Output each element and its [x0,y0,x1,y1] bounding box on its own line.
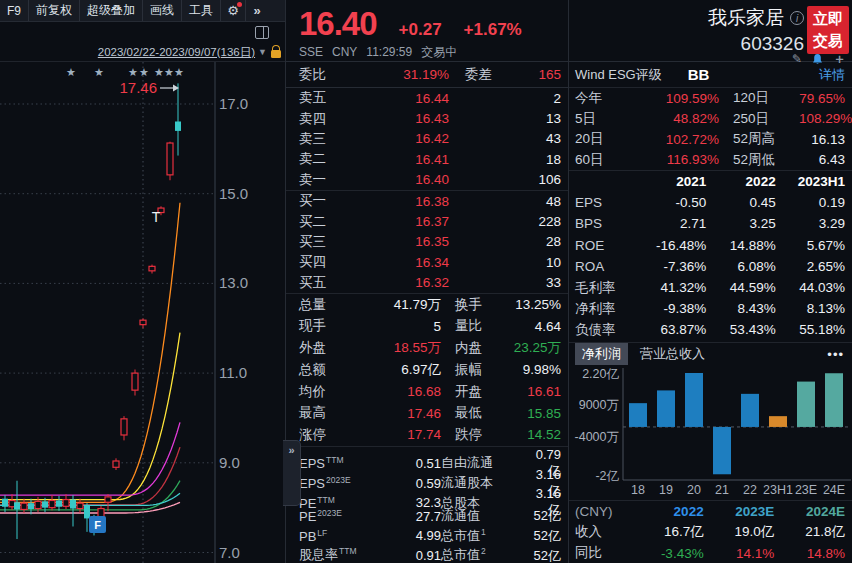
bid-row[interactable]: 买四16.3410 [286,252,568,272]
valuation-label: PE2023E [299,508,387,524]
panel-expander-handle[interactable]: » [283,440,301,506]
ask-price: 16.44 [349,91,449,106]
bid-label: 买五 [299,274,349,292]
ask-label: 卖一 [299,171,349,189]
currency-label: CNY [332,45,357,59]
stat-label: 外盘 [299,339,349,357]
performance-value: 102.72% [625,132,719,147]
exchange-label: SSE [299,45,323,59]
ask-price: 16.41 [349,152,449,167]
toolbar-button[interactable]: 超级叠加 [80,0,143,21]
ask-volume: 18 [449,152,561,167]
ask-row[interactable]: 卖一16.40106 [286,170,568,190]
performance-value: 116.93% [625,152,719,167]
valuation-row: 股息率TTM0.91总市值252亿 [286,546,568,563]
ask-row[interactable]: 卖五16.442 [286,88,568,108]
valuation-label: 总市值2 [441,546,523,563]
fin-table-row: 净利率-9.38%8.43%8.13% [569,298,852,319]
bid-row[interactable]: 买二16.37228 [286,211,568,231]
esg-detail-link[interactable]: 详情 [819,66,845,84]
toolbar-button[interactable]: 前复权 [29,0,80,21]
performance-label: 60日 [575,151,625,169]
fin-col-header: 2021 [637,174,706,189]
candlestick-chart[interactable]: 17.015.013.011.09.07.0★★★★★★★17.46TF [0,62,285,563]
stat-value: 41.79万 [349,296,441,314]
fin-row-label: EPS [575,195,637,210]
ask-label: 卖二 [299,150,349,168]
alert-bell-icon[interactable] [811,53,824,66]
performance-label: 20日 [575,130,625,148]
stat-value: 5 [349,319,441,334]
forecast-row: 收入16.7亿19.0亿21.8亿 [569,522,852,543]
svg-text:13.0: 13.0 [219,274,248,291]
lock-icon[interactable] [271,50,281,58]
svg-text:★: ★ [154,66,164,78]
ask-row[interactable]: 卖四16.4313 [286,108,568,128]
edit-icon[interactable]: ✎ [792,52,802,66]
bid-price: 16.34 [349,255,449,270]
fin-value: 8.43% [706,301,775,316]
toolbar-button[interactable]: 画线 [143,0,182,21]
bid-price: 16.32 [349,275,449,290]
forecast-col-header: 2022 [633,504,704,519]
fin-table-row: ROA-7.36%6.08%2.65% [569,256,852,277]
valuation-row: PBLF4.99总市值152亿 [286,526,568,546]
toolbar: F9前复权超级叠加画线工具 ⚙ » [0,0,285,22]
bid-row[interactable]: 买五16.3233 [286,273,568,293]
svg-text:-4000万: -4000万 [575,430,619,444]
info-panel: 我乐家居 i 603326 立即 交易 ✎ ＋ Wind ESG评级 BB 详情… [568,0,852,563]
ask-volume: 13 [449,111,561,126]
stat-label: 量比 [441,317,505,335]
bid-row[interactable]: 买一16.3848 [286,191,568,211]
more-options-icon[interactable]: ••• [827,347,844,362]
ask-row[interactable]: 卖三16.4243 [286,129,568,149]
stat-row: 总量41.79万换手13.25% [286,294,568,316]
stat-row: 最高17.46最低15.85 [286,402,568,424]
svg-text:23H1: 23H1 [763,483,793,497]
valuation-label: PBLF [299,528,387,544]
add-watchlist-icon[interactable]: ＋ [833,50,846,68]
ask-row[interactable]: 卖二16.4118 [286,149,568,169]
grid: 17.015.013.011.09.07.0 [0,62,248,563]
performance-row: 20日102.72%52周高16.13 [569,129,852,150]
toolbar-button[interactable]: F9 [0,0,29,21]
stat-label: 现手 [299,317,349,335]
fin-table-row: 负债率63.87%53.43%55.18% [569,319,852,340]
bid-price: 16.38 [349,194,449,209]
bid-row[interactable]: 买三16.3528 [286,232,568,252]
stat-value: 17.46 [349,406,441,421]
chart-panel: F9前复权超级叠加画线工具 ⚙ » 2023/02/22-2023/09/07(… [0,0,285,563]
svg-text:★: ★ [139,66,149,78]
trade-now-button[interactable]: 立即 交易 [807,6,849,54]
valuation-value: 0.51 [387,456,441,471]
layout-grid-icon[interactable] [255,26,269,39]
fin-value: -9.38% [637,301,706,316]
forecast-table: (CNY)20222023E2024E收入16.7亿19.0亿21.8亿同比-3… [569,500,852,563]
chevron-down-icon[interactable]: ▼ [258,47,267,57]
chart-annotations: ★★★★★★★17.46TF [66,66,184,533]
fin-value: 0.19 [776,195,845,210]
chevron-double-right-icon: » [253,3,260,18]
weibi-label: 委比 [299,66,349,84]
bid-price: 16.37 [349,214,449,229]
tab-net-profit[interactable]: 净利润 [575,343,628,365]
stat-value: 13.25% [505,297,561,312]
expand-icon: » [288,444,294,505]
forecast-header: (CNY)20222023E2024E [569,501,852,522]
valuation-value: 0.91 [387,548,441,563]
tab-total-revenue[interactable]: 营业总收入 [640,345,705,363]
bid-volume: 28 [449,234,561,249]
fin-table-header: 202120222023H1 [569,171,852,192]
toolbar-overflow-button[interactable]: » [246,0,268,21]
settings-gear-icon[interactable]: ⚙ [221,0,246,21]
toolbar-button[interactable]: 工具 [182,0,221,21]
fin-value: 5.67% [776,238,845,253]
bid-label: 买二 [299,213,349,231]
weicha-value: 165 [515,67,561,82]
date-range-selector[interactable]: 2023/02/22-2023/09/07(136日) [98,45,255,60]
info-icon[interactable]: i [790,11,804,25]
performance-row: 60日116.93%52周低6.43 [569,150,852,171]
esg-rating: BB [688,66,710,83]
stat-value: 4.64 [505,319,561,334]
stat-label: 涨停 [299,426,349,444]
